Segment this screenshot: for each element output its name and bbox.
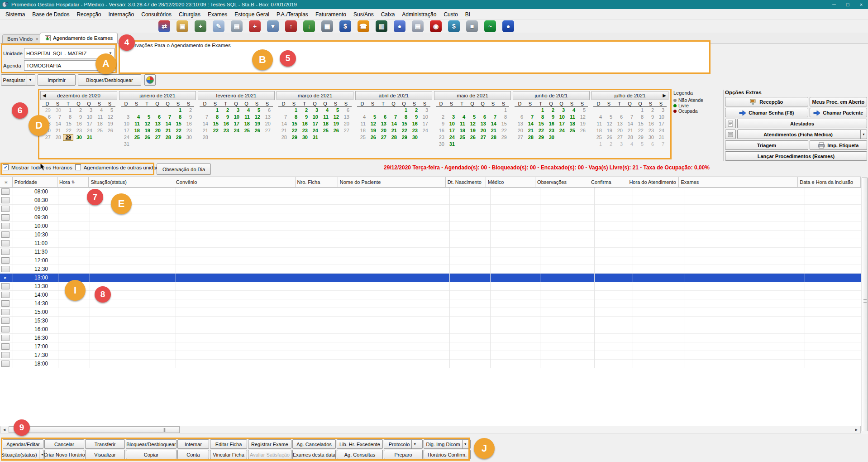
calendar-day[interactable]: 7 [488, 114, 498, 120]
calendar-day[interactable]: 31 [310, 134, 320, 141]
calendar-day[interactable]: 29 [399, 134, 409, 141]
calendar-day[interactable]: 11 [357, 120, 367, 127]
calendar-day[interactable]: 2 [645, 107, 656, 114]
calendar-day[interactable]: 14 [278, 120, 289, 127]
calendar-day[interactable]: 3 [656, 107, 666, 114]
schedule-row[interactable]: 15:30 [0, 317, 861, 325]
schedule-row[interactable]: 08:00 [0, 188, 861, 196]
column-header-Situação(status)[interactable]: Situação(status) [89, 177, 174, 187]
calendar-day[interactable]: 5 [142, 114, 152, 120]
schedule-row[interactable]: 08:30 [0, 196, 861, 205]
calendar-day[interactable]: 22 [210, 127, 220, 134]
observations-panel[interactable]: Observações Para o Agendamento de Exames [119, 41, 710, 73]
calendar-day[interactable]: 5 [367, 114, 378, 120]
calendar-day[interactable]: 5 [467, 114, 477, 120]
calendar-day[interactable]: 30 [73, 134, 84, 141]
chamar-senha-button[interactable]: Chamar Senha (F8) [725, 108, 808, 117]
calendar-day[interactable]: 4 [625, 141, 635, 148]
schedule-row[interactable]: ▸13:00 [0, 274, 861, 282]
calendar-day[interactable]: 6 [645, 141, 656, 148]
atestados-button[interactable]: Atestados [737, 119, 867, 128]
calendar-day[interactable]: 14 [625, 120, 635, 127]
protocolo-button[interactable]: Protocolo▼ [384, 439, 423, 449]
calendar-day[interactable]: 28 [278, 134, 289, 141]
calendar-day[interactable]: 30 [52, 107, 63, 114]
calendar-day[interactable]: 25 [320, 127, 330, 134]
calendar-day[interactable]: 2 [220, 107, 231, 114]
calendar-day[interactable]: 18 [94, 120, 105, 127]
calendar-day[interactable]: 30 [436, 141, 446, 148]
internar-button[interactable]: Internar [177, 439, 209, 449]
calendar-day[interactable]: 13 [42, 120, 52, 127]
calendar-day[interactable]: 19 [252, 120, 262, 127]
calendar-day[interactable]: 16 [409, 120, 420, 127]
swap-users-icon[interactable]: ⇄ [158, 20, 170, 32]
calendar-day[interactable]: 22 [63, 127, 73, 134]
menu-exames[interactable]: Exames [204, 10, 231, 19]
row-selector[interactable]: ▸ [1, 274, 10, 281]
calendar-day[interactable]: 8 [173, 114, 183, 120]
scroll-right-icon[interactable]: ▶ [853, 426, 860, 433]
calendar-day[interactable]: 25 [357, 134, 367, 141]
cancelar-button[interactable]: Cancelar [44, 439, 84, 449]
calendar-day[interactable]: 4 [357, 114, 367, 120]
row-selector[interactable] [1, 309, 10, 315]
calendar-day[interactable]: 16 [73, 120, 84, 127]
close-button[interactable]: × [854, 0, 868, 9]
bloquear-desbloquear-button[interactable]: Bloquer/Desbloquear [78, 74, 141, 86]
calendar-day[interactable]: 21 [162, 127, 173, 134]
lancar-procedimentos-button[interactable]: Lançar Procedimentos (Exames) [725, 151, 867, 161]
row-selector[interactable] [1, 326, 10, 332]
calendar-day[interactable]: 9 [546, 114, 556, 120]
calendar-day[interactable]: 17 [656, 120, 666, 127]
calendar-day[interactable]: 13 [378, 120, 388, 127]
calendar-day[interactable]: 23 [546, 127, 556, 134]
color-wheel-button[interactable] [144, 74, 156, 86]
menu-base-de-dados[interactable]: Base de Dados [29, 10, 73, 19]
calendar-day[interactable]: 21 [625, 127, 635, 134]
schedule-row[interactable]: 14:30 [0, 299, 861, 308]
calendar-day[interactable]: 24 [656, 127, 666, 134]
calendar-day[interactable]: 18 [131, 127, 142, 134]
dropdown-icon[interactable]: ▼ [411, 440, 418, 448]
calendar-day[interactable]: 26 [330, 127, 341, 134]
copiar-button[interactable]: Copiar [126, 450, 176, 459]
schedule-row[interactable]: 09:30 [0, 213, 861, 222]
schedule-row[interactable]: 15:00 [0, 308, 861, 317]
row-selector[interactable] [1, 240, 10, 246]
row-selector[interactable] [1, 318, 10, 324]
calendar-prev-icon[interactable]: ◀ [43, 93, 46, 98]
conta-button[interactable]: Conta [177, 450, 209, 459]
schedule-row[interactable]: 18:00 [0, 360, 861, 368]
row-selector[interactable] [1, 335, 10, 341]
schedule-row[interactable]: 14:00 [0, 291, 861, 299]
calendar-day[interactable]: 22 [289, 127, 299, 134]
patient-blue-icon[interactable]: ● [502, 20, 514, 32]
calendar-day[interactable]: 10 [84, 114, 94, 120]
calendar-day[interactable]: 1 [210, 107, 220, 114]
calendar-day[interactable]: 11 [131, 120, 142, 127]
column-header-Hora[interactable]: Hora⇅ [57, 177, 89, 187]
vitals-monitor-icon[interactable]: ~ [484, 20, 496, 32]
calendar-day[interactable]: 16 [436, 127, 446, 134]
calendar-day[interactable]: 3 [310, 107, 320, 114]
calendar-day[interactable]: 18 [567, 120, 577, 127]
calendar-day[interactable]: 4 [320, 107, 330, 114]
agenda-combobox[interactable]: TOMOGRAFIA ▼ [24, 60, 114, 71]
row-selector[interactable] [1, 352, 10, 358]
hor-rios-confirm--button[interactable]: Horários Confirm. [424, 450, 471, 459]
calendar-day[interactable]: 11 [457, 120, 467, 127]
calendar-day[interactable]: 24 [231, 127, 241, 134]
calendar-day[interactable]: 15 [210, 120, 220, 127]
menu-interna-o[interactable]: Internação [105, 10, 138, 19]
calendar-day[interactable]: 5 [604, 114, 614, 120]
calendar-day[interactable]: 23 [299, 127, 310, 134]
calendar-day[interactable]: 22 [535, 127, 546, 134]
calendar-day[interactable]: 25 [593, 134, 604, 141]
calendar-day[interactable]: 12 [367, 120, 378, 127]
column-header-Observações[interactable]: Observações [535, 177, 589, 187]
calendar-day[interactable]: 22 [173, 127, 183, 134]
situa-o-status--button[interactable]: Situação(status)▼ [3, 450, 43, 459]
calendar-day[interactable]: 28 [200, 134, 210, 141]
calendar-day[interactable]: 18 [357, 127, 367, 134]
